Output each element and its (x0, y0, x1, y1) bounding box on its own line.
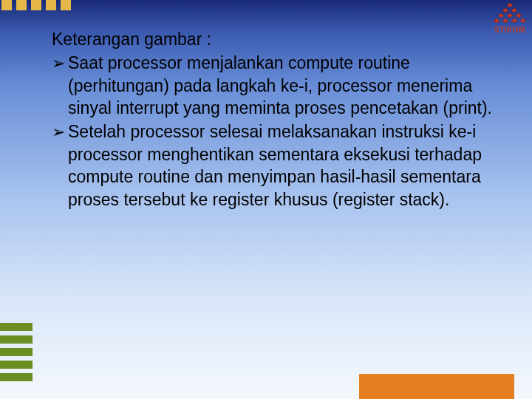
svg-marker-1 (502, 8, 508, 13)
svg-marker-3 (498, 13, 504, 18)
bullet-text: Setelah processor selesai melaksanakan i… (68, 120, 502, 210)
bullet-marker: ➢ (52, 52, 68, 119)
decor-square (1, 0, 12, 10)
decor-square (46, 0, 56, 10)
decor-square (61, 0, 71, 10)
svg-marker-5 (516, 13, 522, 18)
svg-marker-6 (494, 18, 499, 23)
decor-bar (0, 348, 33, 356)
decor-left-bars (0, 323, 33, 381)
slide: STIKOM Keterangan gambar : ➢ Saat proces… (0, 0, 532, 399)
svg-marker-8 (511, 18, 517, 23)
bullet-item: ➢ Setelah processor selesai melaksanakan… (52, 120, 502, 210)
bullet-marker: ➢ (52, 120, 68, 210)
decor-bar (0, 361, 33, 369)
svg-marker-4 (507, 13, 513, 18)
svg-marker-7 (502, 18, 508, 23)
logo-icon (494, 1, 526, 27)
decor-top-squares (0, 0, 71, 10)
decor-square (31, 0, 41, 10)
decor-bar (0, 323, 33, 331)
decor-square (16, 0, 27, 10)
decor-bar (0, 335, 33, 344)
svg-marker-9 (520, 18, 526, 23)
heading: Keterangan gambar : (52, 28, 502, 50)
bullet-item: ➢ Saat processor menjalankan compute rou… (52, 52, 502, 119)
content-area: Keterangan gambar : ➢ Saat processor men… (52, 28, 502, 212)
decor-bar (0, 373, 33, 381)
svg-marker-0 (507, 3, 513, 7)
bullet-text: Saat processor menjalankan compute routi… (68, 52, 502, 119)
svg-marker-2 (511, 8, 517, 13)
decor-bottom-block (359, 374, 514, 399)
